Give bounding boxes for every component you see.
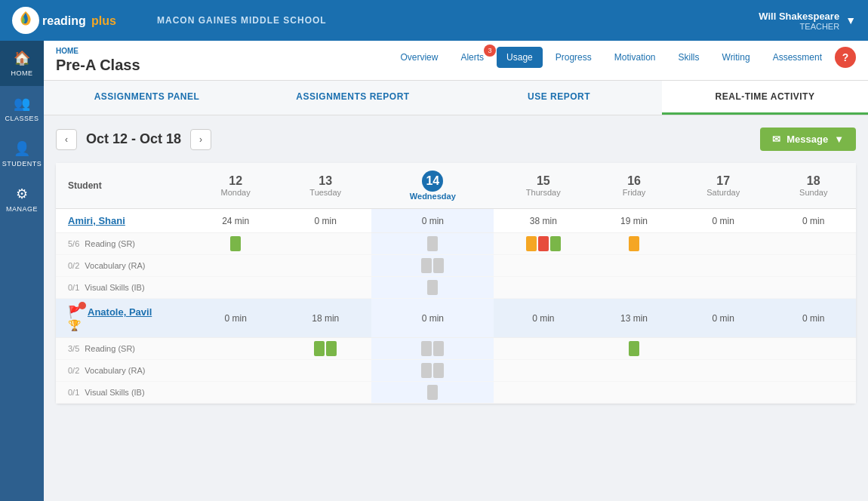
sub-tabs: ASSIGNMENTS PANEL ASSIGNMENTS REPORT USE… bbox=[44, 81, 868, 115]
day-name-wed: Wednesday bbox=[377, 192, 488, 201]
day-name-thu: Thursday bbox=[500, 188, 586, 197]
activity-blocks-cell bbox=[371, 255, 494, 277]
tab-motivation[interactable]: Motivation bbox=[605, 47, 666, 68]
students-icon: 👤 bbox=[14, 140, 30, 157]
col-header-sat: 17 Saturday bbox=[676, 163, 771, 209]
activity-blocks-cell bbox=[676, 360, 771, 382]
main-content: HOME Pre-A Class Overview Alerts 3 Usage… bbox=[44, 41, 868, 501]
activity-block bbox=[421, 258, 432, 273]
next-week-button[interactable]: › bbox=[190, 129, 211, 150]
activity-blocks-cell bbox=[593, 338, 676, 360]
activity-blocks-cell bbox=[676, 382, 771, 404]
activity-blocks-cell bbox=[593, 277, 676, 299]
activity-blocks-cell bbox=[192, 338, 279, 360]
sub-tab-real-time-activity[interactable]: REAL-TIME ACTIVITY bbox=[662, 81, 868, 115]
activity-block bbox=[538, 236, 549, 251]
message-btn-label: Message bbox=[786, 134, 828, 145]
sidebar-item-students[interactable]: 👤 STUDENTS bbox=[0, 131, 44, 177]
activity-block bbox=[433, 363, 444, 378]
nav-tabs: Overview Alerts 3 Usage Progress Motivat… bbox=[390, 47, 856, 68]
activity-blocks-cell bbox=[192, 360, 279, 382]
sidebar-label-classes: CLASSES bbox=[5, 115, 38, 122]
minute-cell: 0 min bbox=[676, 209, 771, 233]
minute-cell: 24 min bbox=[192, 209, 279, 233]
activity-row: 0/2 Vocabulary (RA) bbox=[56, 255, 856, 277]
minute-cell: 13 min bbox=[593, 299, 676, 338]
sidebar: 🏠 HOME 👥 CLASSES 👤 STUDENTS ⚙ MANAGE bbox=[0, 41, 44, 501]
minute-cell: 0 min bbox=[192, 299, 279, 338]
activity-block bbox=[526, 236, 537, 251]
activity-block bbox=[427, 385, 438, 400]
table-row: 🚩 Anatole, Pavil 🏆 0 min18 min0 min0 min… bbox=[56, 299, 856, 338]
user-menu-chevron[interactable]: ▼ bbox=[845, 14, 856, 26]
trophy-icon: 🏆 bbox=[68, 319, 81, 331]
classes-icon: 👥 bbox=[14, 95, 30, 112]
message-icon: ✉ bbox=[772, 134, 780, 145]
sidebar-item-home[interactable]: 🏠 HOME bbox=[0, 41, 44, 86]
activity-blocks-cell bbox=[494, 277, 593, 299]
table-body: Amiri, Shani 24 min0 min0 min38 min19 mi… bbox=[56, 209, 856, 404]
activity-block bbox=[433, 341, 444, 356]
sidebar-item-manage[interactable]: ⚙ MANAGE bbox=[0, 177, 44, 222]
minute-cell: 0 min bbox=[676, 299, 771, 338]
tab-overview[interactable]: Overview bbox=[390, 47, 448, 68]
header-left: HOME Pre-A Class bbox=[56, 47, 140, 80]
day-num-15: 15 bbox=[500, 174, 586, 188]
activity-blocks-cell bbox=[676, 255, 771, 277]
col-header-student: Student bbox=[56, 163, 192, 209]
activity-blocks-cell bbox=[371, 382, 494, 404]
day-name-mon: Monday bbox=[198, 188, 273, 197]
sub-tab-assignments-panel[interactable]: ASSIGNMENTS PANEL bbox=[44, 81, 250, 115]
activity-blocks-cell bbox=[494, 338, 593, 360]
tab-alerts[interactable]: Alerts 3 bbox=[451, 47, 494, 68]
table-header-row: Student 12 Monday 13 Tuesday 14 bbox=[56, 163, 856, 209]
activity-blocks-cell bbox=[593, 382, 676, 404]
activity-blocks-cell bbox=[771, 233, 857, 255]
activity-blocks-cell bbox=[192, 382, 279, 404]
activity-blocks-cell bbox=[771, 382, 857, 404]
activity-blocks-cell bbox=[593, 255, 676, 277]
help-button[interactable]: ? bbox=[835, 47, 856, 68]
prev-week-button[interactable]: ‹ bbox=[56, 129, 77, 150]
user-name: Will Shakespeare bbox=[759, 11, 839, 22]
student-name-link[interactable]: Anatole, Pavil bbox=[88, 306, 152, 318]
activity-blocks-cell bbox=[192, 277, 279, 299]
sub-tab-assignments-report[interactable]: ASSIGNMENTS REPORT bbox=[250, 81, 456, 115]
alerts-badge: 3 bbox=[484, 45, 496, 57]
day-name-tue: Tuesday bbox=[285, 188, 365, 197]
tab-writing[interactable]: Writing bbox=[713, 47, 760, 68]
activity-blocks-cell bbox=[494, 233, 593, 255]
tab-progress[interactable]: Progress bbox=[546, 47, 602, 68]
activity-row: 5/6 Reading (SR) bbox=[56, 233, 856, 255]
date-navigation: ‹ Oct 12 - Oct 18 › ✉ Message ▼ bbox=[56, 128, 856, 151]
activity-blocks-cell bbox=[494, 255, 593, 277]
activity-info-cell: 0/2 Vocabulary (RA) bbox=[56, 255, 192, 277]
student-name-link[interactable]: Amiri, Shani bbox=[68, 215, 125, 226]
activity-info-cell: 5/6 Reading (SR) bbox=[56, 233, 192, 255]
tab-usage[interactable]: Usage bbox=[497, 47, 543, 68]
day-num-17: 17 bbox=[682, 174, 765, 188]
activity-info-cell: 0/1 Visual Skills (IB) bbox=[56, 277, 192, 299]
sub-tab-use-report[interactable]: USE REPORT bbox=[456, 81, 662, 115]
activity-blocks-cell bbox=[494, 382, 593, 404]
activity-block bbox=[314, 341, 325, 356]
page-header: HOME Pre-A Class Overview Alerts 3 Usage… bbox=[44, 41, 868, 81]
message-button[interactable]: ✉ Message ▼ bbox=[760, 128, 856, 151]
breadcrumb: HOME bbox=[56, 47, 140, 55]
header-top: HOME Pre-A Class Overview Alerts 3 Usage… bbox=[56, 47, 856, 80]
table-area: ‹ Oct 12 - Oct 18 › ✉ Message ▼ Student … bbox=[44, 115, 868, 501]
home-icon: 🏠 bbox=[14, 50, 30, 66]
activity-block bbox=[421, 363, 432, 378]
activity-block bbox=[230, 236, 241, 251]
activity-info-cell: 3/5 Reading (SR) bbox=[56, 338, 192, 360]
minute-cell: 0 min bbox=[279, 209, 371, 233]
sidebar-item-classes[interactable]: 👥 CLASSES bbox=[0, 86, 44, 131]
col-header-thu: 15 Thursday bbox=[494, 163, 593, 209]
activity-blocks-cell bbox=[192, 255, 279, 277]
minute-cell: 18 min bbox=[279, 299, 371, 338]
tab-skills[interactable]: Skills bbox=[669, 47, 709, 68]
tab-assessment[interactable]: Assessment bbox=[763, 47, 832, 68]
activity-blocks-cell bbox=[771, 277, 857, 299]
user-info[interactable]: Will Shakespeare TEACHER ▼ bbox=[759, 11, 856, 31]
day-name-sun: Sunday bbox=[777, 188, 851, 197]
